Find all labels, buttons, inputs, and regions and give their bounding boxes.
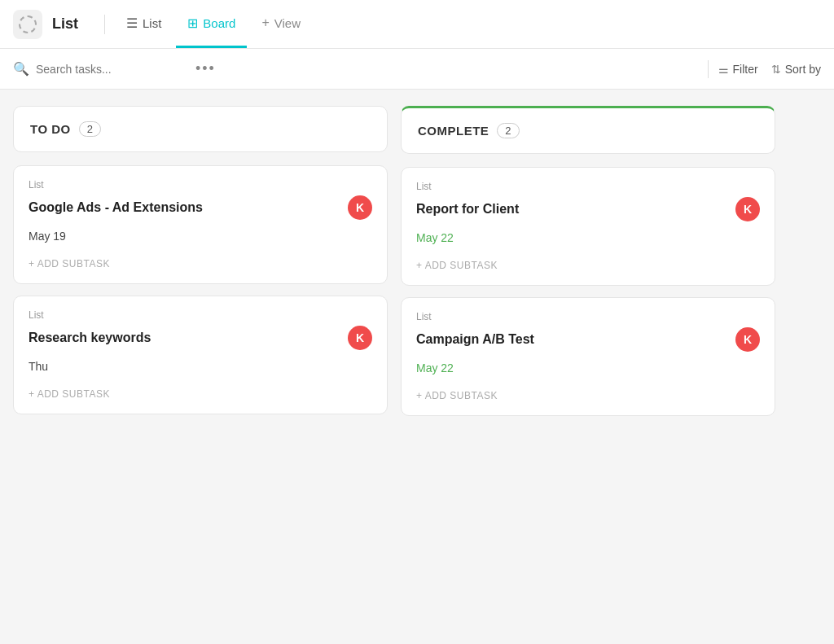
avatar: K xyxy=(735,327,760,352)
card-list-label: List xyxy=(29,309,372,321)
add-subtask-button[interactable]: + ADD SUBTASK xyxy=(29,388,110,400)
avatar: K xyxy=(348,326,372,350)
card-title: Report for Client xyxy=(416,202,519,217)
logo-circle-icon xyxy=(19,15,37,33)
card-list-label: List xyxy=(416,181,760,192)
card-complete-0: ListReport for ClientKMay 22+ ADD SUBTAS… xyxy=(401,167,775,286)
column-title-todo: TO DO xyxy=(30,122,71,136)
tab-list[interactable]: ☰ List xyxy=(115,0,173,48)
card-list-label: List xyxy=(416,311,760,322)
tab-board[interactable]: ⊞ Board xyxy=(176,0,247,48)
toolbar: 🔍 ••• ⚌ Filter ⇅ Sort by xyxy=(0,49,834,90)
tab-list-label: List xyxy=(143,16,161,30)
card-title-row: Campaign A/B TestK xyxy=(416,327,760,352)
card-title-row: Report for ClientK xyxy=(416,197,760,221)
search-input[interactable] xyxy=(36,63,182,76)
card-date: May 19 xyxy=(29,230,372,243)
column-count-todo: 2 xyxy=(79,121,101,137)
card-date: Thu xyxy=(29,360,372,373)
filter-button[interactable]: ⚌ Filter xyxy=(718,63,758,76)
card-title: Research keywords xyxy=(29,331,151,345)
add-subtask-button[interactable]: + ADD SUBTASK xyxy=(416,260,498,271)
card-title-row: Google Ads - Ad ExtensionsK xyxy=(29,195,372,220)
plus-icon: + xyxy=(261,15,269,30)
search-area: 🔍 ••• xyxy=(13,60,698,77)
card-title: Campaign A/B Test xyxy=(416,332,534,347)
card-todo-0: ListGoogle Ads - Ad ExtensionsKMay 19+ A… xyxy=(13,165,388,284)
tab-add-view[interactable]: + View xyxy=(250,0,312,48)
sort-icon: ⇅ xyxy=(771,63,781,76)
column-todo: TO DO2ListGoogle Ads - Ad ExtensionsKMay… xyxy=(13,106,388,427)
filter-icon: ⚌ xyxy=(718,63,729,76)
tab-add-view-label: View xyxy=(274,16,301,30)
card-date: May 22 xyxy=(416,361,760,375)
column-count-complete: 2 xyxy=(497,123,519,138)
add-subtask-button[interactable]: + ADD SUBTASK xyxy=(29,258,110,269)
card-todo-1: ListResearch keywordsKThu+ ADD SUBTASK xyxy=(13,296,388,414)
header-divider xyxy=(104,15,105,34)
toolbar-right: ⚌ Filter ⇅ Sort by xyxy=(718,63,821,76)
app-header: List ☰ List ⊞ Board + View xyxy=(0,0,834,49)
card-complete-1: ListCampaign A/B TestKMay 22+ ADD SUBTAS… xyxy=(401,297,775,416)
column-header-complete: COMPLETE2 xyxy=(401,106,775,154)
board-container: TO DO2ListGoogle Ads - Ad ExtensionsKMay… xyxy=(0,90,834,444)
tab-board-label: Board xyxy=(203,16,235,30)
avatar: K xyxy=(348,195,372,220)
card-list-label: List xyxy=(29,179,372,191)
list-icon: ☰ xyxy=(126,15,138,31)
column-header-todo: TO DO2 xyxy=(13,106,388,152)
app-logo xyxy=(13,10,42,39)
nav-tabs: ☰ List ⊞ Board + View xyxy=(115,0,312,48)
card-title-row: Research keywordsK xyxy=(29,326,372,350)
more-options-button[interactable]: ••• xyxy=(195,60,216,77)
board-icon: ⊞ xyxy=(187,15,198,31)
column-title-complete: COMPLETE xyxy=(418,124,489,138)
card-title: Google Ads - Ad Extensions xyxy=(29,200,203,215)
add-subtask-button[interactable]: + ADD SUBTASK xyxy=(416,390,498,401)
card-date: May 22 xyxy=(416,231,760,244)
app-title: List xyxy=(52,15,78,33)
column-complete: COMPLETE2ListReport for ClientKMay 22+ A… xyxy=(401,106,775,427)
sort-button[interactable]: ⇅ Sort by xyxy=(771,63,821,76)
sort-label: Sort by xyxy=(785,63,821,76)
toolbar-divider xyxy=(708,60,709,78)
avatar: K xyxy=(735,197,760,221)
filter-label: Filter xyxy=(733,63,758,76)
search-icon: 🔍 xyxy=(13,61,29,77)
